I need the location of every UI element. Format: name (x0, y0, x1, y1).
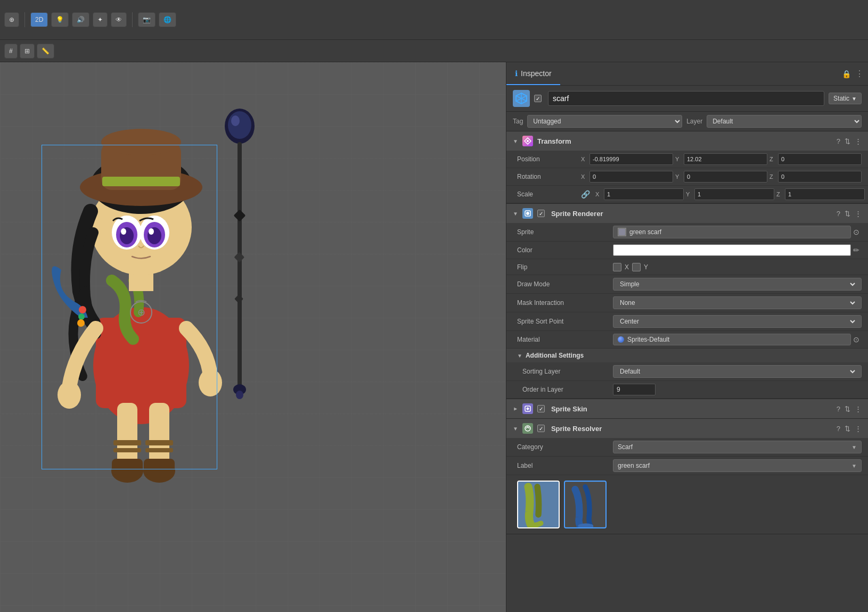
transform-tools[interactable]: ⊕ (4, 12, 19, 27)
lock-icon[interactable]: 🔒 (842, 70, 851, 78)
sorting-layer-dropdown[interactable]: Default (613, 365, 862, 378)
transform-settings-icon[interactable]: ⇅ (845, 137, 850, 145)
rot-y-group: Y (675, 171, 767, 183)
sprite-thumbnails-row (506, 475, 868, 534)
transform-icon (522, 136, 533, 146)
lighting-btn[interactable]: 💡 (51, 12, 69, 27)
mask-interaction-dropdown[interactable]: None Visible Inside Mask Visible Outside… (613, 296, 862, 309)
sprite-resolver-more-icon[interactable]: ⋮ (855, 425, 862, 433)
position-label: Position (517, 155, 581, 163)
grid-snap-btn[interactable]: # (4, 44, 18, 59)
sprite-skin-more-icon[interactable]: ⋮ (855, 405, 862, 413)
color-prop-row: Color ✏ (506, 242, 868, 259)
sprite-resolver-header[interactable]: ▼ ✓ Sprite Resolver ? ⇅ ⋮ (506, 419, 868, 438)
material-label: Material (517, 336, 613, 343)
sprite-resolver-help-icon[interactable]: ? (837, 425, 840, 433)
flip-y-checkbox[interactable] (632, 263, 641, 271)
order-in-layer-input[interactable] (613, 384, 656, 395)
color-field[interactable] (613, 244, 851, 256)
pos-x-input[interactable] (589, 153, 673, 165)
rot-x-input[interactable] (589, 171, 673, 183)
scale-y-input[interactable] (694, 188, 774, 200)
scale-z-input[interactable] (785, 188, 865, 200)
object-icon (513, 90, 530, 107)
tag-label: Tag (513, 118, 523, 125)
sprite-skin-header[interactable]: ▼ ✓ Sprite Skin ? ⇅ ⋮ (506, 399, 868, 418)
pos-y-input[interactable] (684, 153, 767, 165)
sprite-renderer-help-icon[interactable]: ? (837, 210, 840, 218)
additional-settings-header[interactable]: ▼ Additional Settings (506, 349, 868, 362)
globe-btn[interactable]: 🌐 (159, 12, 176, 27)
layer-select[interactable]: Default (707, 115, 862, 128)
sprite-skin-component: ▼ ✓ Sprite Skin ? ⇅ ⋮ (506, 399, 868, 419)
sprite-thumb-blue-scarf[interactable] (564, 481, 607, 528)
pos-z-input[interactable] (778, 153, 862, 165)
flip-controls: X Y (613, 263, 648, 271)
object-name-input[interactable] (548, 91, 824, 106)
inspector-tab-item[interactable]: ℹ Inspector (506, 62, 560, 85)
eyedropper-btn[interactable]: ✏ (851, 245, 862, 255)
pivot-btn[interactable]: ⊞ (20, 44, 35, 59)
svg-rect-39 (234, 252, 244, 262)
inspector-info-icon: ℹ (515, 69, 518, 78)
svg-rect-31 (113, 448, 141, 452)
rot-y-input[interactable] (684, 171, 767, 183)
sprite-renderer-checkbox[interactable]: ✓ (537, 210, 545, 217)
sprite-select-btn[interactable]: ⊙ (851, 227, 862, 237)
scale-link-icon: 🔗 (581, 190, 590, 199)
audio-btn[interactable]: 🔊 (72, 12, 89, 27)
sprite-skin-settings-icon[interactable]: ⇅ (845, 405, 850, 413)
static-label: Static (833, 95, 849, 102)
rotation-label: Rotation (517, 173, 581, 180)
draw-mode-dropdown[interactable]: Simple Sliced Tiled (613, 278, 862, 291)
more-icon[interactable]: ⋮ (855, 69, 864, 79)
mask-interaction-select[interactable]: None Visible Inside Mask Visible Outside… (618, 299, 857, 307)
inspector-tab-bar: ℹ Inspector 🔒 ⋮ (506, 62, 868, 86)
transform-more-icon[interactable]: ⋮ (855, 137, 862, 145)
rot-y-axis: Y (675, 173, 683, 180)
scale-x-input[interactable] (604, 188, 684, 200)
2d-toggle[interactable]: 2D (30, 12, 48, 27)
grid-snap-icon: # (9, 47, 13, 55)
sprite-renderer-component: ▼ ✓ Sprite Renderer ? ⇅ ⋮ Sprite (506, 204, 868, 399)
sprite-thumb-green-scarf[interactable] (517, 481, 560, 528)
sprite-renderer-header[interactable]: ▼ ✓ Sprite Renderer ? ⇅ ⋮ (506, 204, 868, 223)
sprite-sort-dropdown[interactable]: Center Pivot (613, 315, 862, 328)
flip-x-checkbox[interactable] (613, 263, 621, 271)
transform-help-icon[interactable]: ? (837, 137, 840, 145)
material-select-btn[interactable]: ⊙ (851, 334, 862, 345)
scene-view[interactable]: ⊕ (0, 62, 506, 612)
rot-z-group: Z (769, 171, 862, 183)
pos-y-group: Y (675, 153, 767, 165)
effects-btn[interactable]: ✦ (93, 12, 108, 27)
label-dropdown[interactable]: green scarf ▼ (613, 459, 862, 472)
sprite-resolver-settings-icon[interactable]: ⇅ (845, 425, 850, 433)
sprite-sort-select[interactable]: Center Pivot (618, 317, 857, 326)
draw-mode-label: Draw Mode (517, 280, 613, 288)
material-field[interactable]: Sprites-Default (613, 334, 851, 345)
ruler-btn[interactable]: 📏 (37, 44, 54, 59)
object-active-checkbox[interactable]: ✓ (534, 95, 542, 102)
camera-btn[interactable]: 📷 (138, 12, 155, 27)
sprite-renderer-controls: ? ⇅ ⋮ (837, 210, 862, 218)
draw-mode-select[interactable]: Simple Sliced Tiled (618, 280, 857, 288)
svg-text:⊕: ⊕ (137, 307, 145, 318)
sprite-field[interactable]: green scarf (613, 226, 851, 238)
svg-rect-27 (112, 459, 143, 475)
transform-controls: ? ⇅ ⋮ (837, 137, 862, 145)
transform-header[interactable]: ▼ Transform ? ⇅ ⋮ (506, 131, 868, 151)
svg-point-47 (527, 140, 529, 142)
light-icon: 💡 (56, 16, 64, 23)
sprite-resolver-checkbox[interactable]: ✓ (537, 425, 545, 432)
sprite-renderer-settings-icon[interactable]: ⇅ (845, 210, 850, 218)
sprite-renderer-more-icon[interactable]: ⋮ (855, 210, 862, 218)
tag-select[interactable]: Untagged (527, 115, 682, 128)
sprite-skin-checkbox[interactable]: ✓ (537, 405, 545, 412)
sorting-layer-select[interactable]: Default (618, 367, 857, 376)
static-badge[interactable]: Static ▼ (829, 93, 862, 104)
rot-z-input[interactable] (778, 171, 862, 183)
sprite-skin-help-icon[interactable]: ? (837, 405, 840, 413)
category-dropdown[interactable]: Scarf ▼ (613, 441, 862, 453)
inspector-tab-label: Inspector (521, 69, 552, 78)
gizmos-btn[interactable]: 👁 (111, 12, 127, 27)
